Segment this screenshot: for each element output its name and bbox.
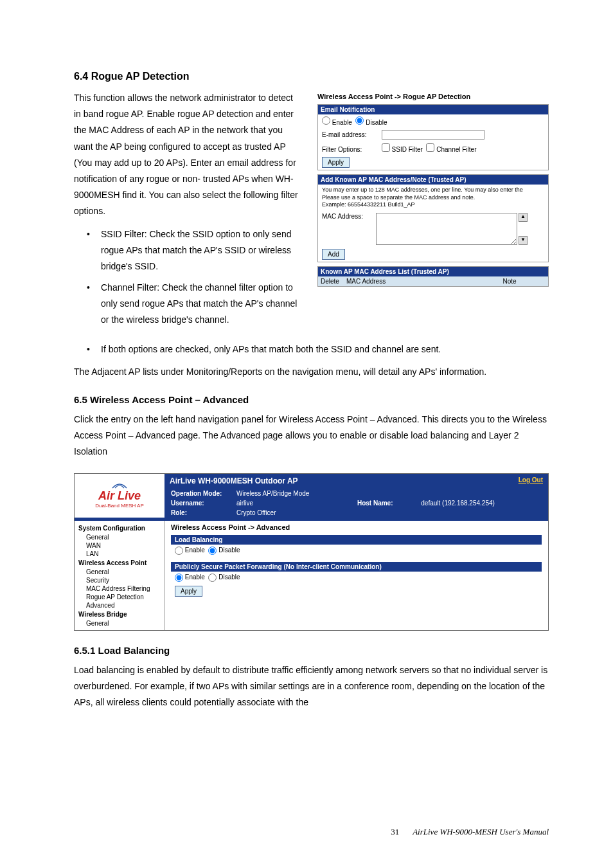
nav-mac-filter[interactable]: MAC Address Filtering	[75, 584, 164, 593]
sp-enable-radio[interactable]	[175, 574, 183, 582]
nav-group-system: System Configuration	[75, 523, 164, 533]
username-value: airlive	[236, 499, 356, 507]
ssid-filter-label: SSID Filter	[392, 146, 423, 153]
nav-advanced[interactable]: Advanced	[75, 601, 164, 610]
col-delete: Delete	[318, 276, 344, 286]
nav-security[interactable]: Security	[75, 576, 164, 584]
mac-address-textarea[interactable]	[376, 213, 517, 245]
apply-button-2[interactable]: Apply	[175, 586, 202, 597]
username-label: Username:	[171, 500, 204, 507]
role-value: Crypto Officer	[236, 509, 356, 517]
email-address-label: E-mail address:	[322, 131, 380, 138]
nav-rogue-ap[interactable]: Rogue AP Detection	[75, 593, 164, 601]
lb-disable-radio[interactable]	[208, 547, 217, 555]
scroll-up-icon[interactable]: ▲	[519, 213, 528, 222]
col-note: Note	[471, 276, 548, 286]
heading-rogue-ap: 6.4 Rogue AP Detection	[74, 71, 549, 82]
sidebar: System Configuration General WAN LAN Wir…	[75, 521, 164, 630]
logout-link[interactable]: Log Out	[519, 476, 543, 485]
bullet-channel-filter: Channel Filter: Check the channel filter…	[74, 280, 302, 329]
app-title: AirLive WH-9000MESH Outdoor AP	[170, 476, 298, 485]
page-footer: 31 AirLive WH-9000-MESH User's Manual	[391, 827, 549, 837]
channel-filter-checkbox[interactable]	[426, 143, 434, 152]
disable-radio[interactable]	[355, 116, 364, 125]
apply-button[interactable]: Apply	[322, 157, 350, 168]
nav-wan[interactable]: WAN	[75, 541, 164, 550]
add-known-ap-header: Add Known AP MAC Address/Note (Trusted A…	[318, 175, 548, 185]
email-notification-header: Email Notification	[318, 105, 548, 114]
footer-title: AirLive WH-9000-MESH User's Manual	[413, 827, 549, 836]
bullet-ssid-filter: SSID Filter: Check the SSID option to on…	[74, 226, 302, 275]
note-line-3: Example: 665544332211 Build1_AP	[322, 201, 415, 208]
sp-enable-label: Enable	[185, 574, 205, 581]
breadcrumb: Wireless Access Point -> Advanced	[171, 523, 542, 531]
heading-load-balancing: 6.5.1 Load Balancing	[74, 645, 549, 656]
disable-label: Disable	[366, 119, 387, 126]
logo-text: Air Live	[98, 489, 141, 503]
nav-general-1[interactable]: General	[75, 533, 164, 541]
channel-filter-label: Channel Filter	[436, 146, 476, 153]
mac-address-label: MAC Address:	[322, 213, 363, 220]
known-ap-table: Delete MAC Address Note	[318, 276, 548, 286]
sp-disable-label: Disable	[218, 574, 240, 581]
sp-disable-radio[interactable]	[208, 574, 217, 582]
email-address-input[interactable]	[382, 130, 484, 140]
known-ap-list-header: Known AP MAC Address List (Trusted AP)	[318, 267, 548, 276]
ui-title-rogue: Wireless Access Point -> Rogue AP Detect…	[317, 90, 549, 104]
nav-general-3[interactable]: General	[75, 619, 164, 628]
logo-subtext: Dual-Band MESH AP	[95, 503, 144, 509]
note-line-2: Please use a space to separate the MAC a…	[322, 194, 475, 201]
nav-group-bridge: Wireless Bridge	[75, 610, 164, 619]
lb-disable-label: Disable	[218, 547, 240, 554]
nav-lan[interactable]: LAN	[75, 550, 164, 558]
ssid-filter-checkbox[interactable]	[382, 143, 390, 152]
logo: Air Live Dual-Band MESH AP	[75, 474, 164, 518]
lb-enable-radio[interactable]	[175, 547, 183, 555]
para-advanced: Click the entry on the left hand navigat…	[74, 411, 549, 460]
heading-advanced: 6.5 Wireless Access Point – Advanced	[74, 394, 549, 405]
enable-label: Enable	[332, 119, 352, 126]
page-number: 31	[391, 827, 399, 836]
hostname-label: Host Name:	[357, 500, 393, 507]
filter-options-label: Filter Options:	[322, 146, 380, 153]
bullet-both-options: If both options are checked, only APs th…	[74, 341, 549, 357]
para-rogue-intro: This function allows the network adminis…	[74, 90, 302, 220]
role-label: Role:	[171, 509, 187, 516]
para-load-balancing: Load balancing is enabled by default to …	[74, 662, 549, 711]
col-mac: MAC Address	[344, 276, 471, 286]
hostname-value: default (192.168.254.254)	[421, 499, 542, 507]
load-balancing-header: Load Balancing	[171, 535, 542, 545]
op-mode-value: Wireless AP/Bridge Mode	[236, 489, 356, 498]
secure-forwarding-header: Publicly Secure Packet Forwarding (No In…	[171, 562, 542, 572]
op-mode-label: Operation Mode:	[171, 490, 222, 497]
enable-radio[interactable]	[322, 116, 330, 125]
add-button[interactable]: Add	[322, 249, 345, 260]
nav-group-wap: Wireless Access Point	[75, 558, 164, 568]
para-adjacent-ap: The Adjacent AP lists under Monitoring/R…	[74, 364, 549, 380]
nav-general-2[interactable]: General	[75, 568, 164, 576]
lb-enable-label: Enable	[185, 547, 205, 554]
scroll-down-icon[interactable]: ▼	[519, 236, 528, 245]
advanced-screenshot: Air Live Dual-Band MESH AP AirLive WH-90…	[74, 473, 549, 631]
note-line-1: You may enter up to 128 MAC addresses, o…	[322, 186, 523, 193]
